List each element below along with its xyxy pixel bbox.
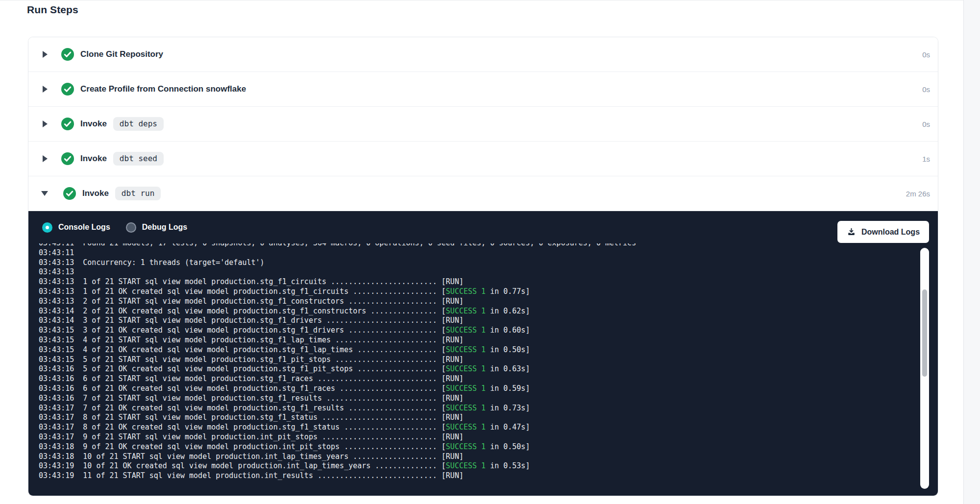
log-status-success: SUCCESS 1	[446, 384, 486, 393]
log-message: 3 of 21 START sql view model production.…	[74, 316, 437, 325]
log-timestamp: 03:43:13	[39, 297, 74, 306]
log-status: [	[437, 307, 446, 315]
log-message: 9 of 21 START sql view model production.…	[74, 432, 437, 441]
step-row[interactable]: Invoke dbt run 2m 26s	[28, 176, 938, 211]
log-timestamp: 03:43:14	[39, 316, 74, 325]
log-scrollbar-thumb[interactable]	[922, 289, 927, 377]
log-message: 5 of 21 OK created sql view model produc…	[74, 364, 437, 373]
log-line: 03:43:17 8 of 21 START sql view model pr…	[39, 413, 918, 423]
log-status-success: SUCCESS 1	[446, 326, 486, 335]
log-timestamp: 03:43:17	[39, 423, 74, 432]
log-line: 03:43:15 5 of 21 START sql view model pr…	[39, 355, 918, 365]
step-row[interactable]: Create Profile from Connection snowflake…	[28, 72, 938, 107]
radio-selected-icon	[42, 222, 52, 233]
collapse-caret-icon[interactable]	[41, 191, 48, 196]
log-line: 03:43:16 6 of 21 START sql view model pr…	[39, 374, 918, 384]
log-timestamp: 03:43:15	[39, 336, 74, 344]
step-row[interactable]: Invoke dbt deps 0s	[28, 107, 938, 142]
log-status-success: SUCCESS 1	[446, 345, 486, 354]
step-row[interactable]: Clone Git Repository 0s	[28, 37, 938, 72]
expand-caret-icon[interactable]	[43, 155, 48, 162]
log-status-success: SUCCESS 1	[446, 364, 486, 373]
log-line: 03:43:17 7 of 21 OK created sql view mod…	[39, 404, 918, 413]
log-status-duration: in 0.60s]	[486, 326, 530, 335]
log-line: 03:43:16 6 of 21 OK created sql view mod…	[39, 384, 918, 394]
log-line: 03:43:13 1 of 21 OK created sql view mod…	[39, 287, 918, 297]
step-label: Invoke	[80, 154, 107, 164]
log-message: 4 of 21 START sql view model production.…	[74, 336, 437, 344]
log-status: [RUN]	[437, 471, 464, 480]
log-line: 03:43:19 10 of 21 OK created sql view mo…	[39, 461, 918, 471]
log-message: 6 of 21 START sql view model production.…	[74, 374, 437, 383]
run-steps-card: Clone Git Repository 0s Create Profile f…	[28, 37, 938, 496]
log-status-duration: in 0.77s]	[486, 287, 530, 296]
success-check-icon	[63, 187, 76, 200]
step-duration: 0s	[922, 85, 930, 94]
log-status-success: SUCCESS 1	[446, 404, 486, 412]
log-scrollbar-track[interactable]	[920, 248, 929, 489]
step-command-badge: dbt deps	[113, 117, 164, 131]
log-message: Concurrency: 1 threads (target='default'…	[74, 258, 264, 267]
log-status-duration: in 0.73s]	[486, 404, 530, 412]
expand-caret-icon[interactable]	[43, 51, 48, 58]
log-timestamp: 03:43:19	[39, 461, 74, 470]
log-timestamp: 03:43:17	[39, 432, 74, 441]
log-message: 7 of 21 OK created sql view model produc…	[74, 404, 437, 412]
log-status: [RUN]	[437, 452, 464, 461]
step-label: Clone Git Repository	[80, 49, 163, 59]
log-lines: 03:43:11 Found 21 models, 17 tests, 0 sn…	[28, 243, 918, 481]
step-duration: 0s	[922, 120, 930, 128]
step-label: Invoke	[82, 189, 109, 198]
log-line: 03:43:16 5 of 21 OK created sql view mod…	[39, 364, 918, 374]
log-timestamp: 03:43:11	[39, 248, 74, 257]
log-timestamp: 03:43:15	[39, 355, 74, 364]
log-timestamp: 03:43:13	[39, 258, 74, 267]
log-line: 03:43:19 11 of 21 START sql view model p…	[39, 471, 918, 481]
log-message: 6 of 21 OK created sql view model produc…	[74, 384, 437, 393]
log-message: 2 of 21 START sql view model production.…	[74, 297, 437, 306]
log-status: [	[437, 461, 446, 470]
log-status-duration: in 0.53s]	[486, 461, 530, 470]
log-message: 1 of 21 START sql view model production.…	[74, 277, 437, 286]
log-timestamp: 03:43:16	[39, 374, 74, 383]
log-timestamp: 03:43:13	[39, 277, 74, 286]
log-scroll-area[interactable]: 03:43:11 Found 21 models, 17 tests, 0 sn…	[28, 243, 918, 496]
expand-caret-icon[interactable]	[43, 120, 48, 127]
log-timestamp: 03:43:11	[39, 243, 74, 247]
log-status-success: SUCCESS 1	[446, 423, 486, 432]
radio-unselected-icon	[126, 222, 136, 233]
log-timestamp: 03:43:18	[39, 442, 74, 451]
log-line: 03:43:18 9 of 21 OK created sql view mod…	[39, 442, 918, 452]
log-timestamp: 03:43:14	[39, 307, 74, 315]
log-status-duration: in 0.59s]	[486, 384, 530, 393]
step-label: Create Profile from Connection snowflake	[80, 84, 246, 94]
log-status-success: SUCCESS 1	[446, 287, 486, 296]
debug-logs-radio[interactable]: Debug Logs	[126, 222, 187, 233]
console-logs-radio[interactable]: Console Logs	[42, 222, 110, 233]
log-line: 03:43:11	[39, 248, 918, 258]
download-logs-button[interactable]: Download Logs	[837, 221, 929, 243]
log-timestamp: 03:43:15	[39, 345, 74, 354]
expand-caret-icon[interactable]	[43, 86, 48, 93]
log-status: [RUN]	[437, 394, 464, 403]
step-duration: 0s	[922, 50, 930, 59]
log-status: [RUN]	[437, 374, 464, 383]
log-status-duration: in 0.63s]	[486, 364, 530, 373]
download-logs-label: Download Logs	[861, 228, 920, 237]
log-message: 5 of 21 START sql view model production.…	[74, 355, 437, 364]
step-row[interactable]: Invoke dbt seed 1s	[28, 142, 938, 176]
log-message: 7 of 21 START sql view model production.…	[74, 394, 437, 403]
log-line: 03:43:13 Concurrency: 1 threads (target=…	[39, 258, 918, 268]
log-message: 9 of 21 OK created sql view model produc…	[74, 442, 437, 451]
log-timestamp: 03:43:18	[39, 452, 74, 461]
log-status: [RUN]	[437, 432, 464, 441]
log-line: 03:43:13 2 of 21 START sql view model pr…	[39, 297, 918, 307]
log-status: [RUN]	[437, 316, 464, 325]
log-status: [RUN]	[437, 297, 464, 306]
page-title: Run Steps	[27, 4, 78, 16]
log-line: 03:43:15 4 of 21 START sql view model pr…	[39, 336, 918, 345]
success-check-icon	[61, 83, 74, 96]
right-side-panel-edge	[963, 0, 980, 504]
log-timestamp: 03:43:16	[39, 384, 74, 393]
log-status-success: SUCCESS 1	[446, 442, 486, 451]
